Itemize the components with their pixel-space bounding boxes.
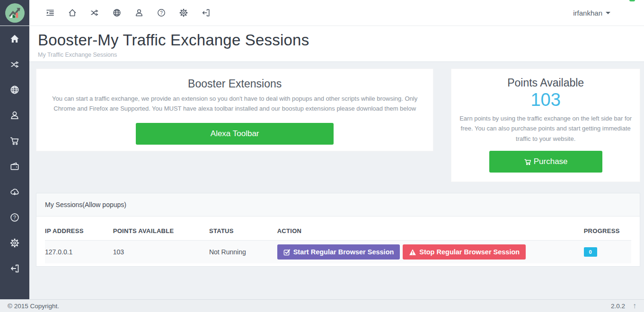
username: irfankhan (573, 9, 602, 17)
chevron-down-icon (606, 12, 610, 14)
my-sessions-panel-title: My Sessions(Allow popups) (36, 193, 640, 217)
stop-session-label: Stop Regular Browser Session (419, 248, 520, 256)
sidebar-item-logout[interactable] (0, 256, 29, 281)
menu-toggle-icon[interactable] (39, 0, 61, 26)
column-status: STATUS (209, 217, 277, 241)
settings-icon[interactable] (172, 0, 194, 26)
table-row: 127.0.0.1 103 Not Running (45, 241, 631, 264)
help-icon[interactable]: ? (150, 0, 172, 26)
cart-icon (524, 158, 532, 166)
sidebar-item-downloads[interactable] (0, 179, 29, 205)
home-icon[interactable] (61, 0, 83, 26)
sidebar-item-traffic-exchange[interactable] (0, 52, 29, 77)
sidebar-item-referrals[interactable] (0, 103, 29, 128)
check-square-icon (283, 249, 291, 256)
svg-text:?: ? (13, 215, 16, 220)
column-points-available: POINTS AVAILABLE (113, 217, 209, 241)
cell-status: Not Running (209, 241, 277, 264)
scroll-top-icon[interactable]: ↑ (633, 302, 636, 310)
sidebar-item-help[interactable]: ? (0, 205, 29, 230)
alexa-toolbar-label: Alexa Toolbar (211, 129, 259, 139)
cell-action: Start Regular Browser Session (277, 241, 584, 264)
sidebar-item-websites[interactable] (0, 77, 29, 103)
page-subtitle: My Traffic Exchange Sessions (38, 52, 635, 58)
start-session-button[interactable]: Start Regular Browser Session (277, 244, 400, 260)
sidebar-item-home[interactable] (0, 26, 29, 52)
sidebar-item-settings[interactable] (0, 230, 29, 256)
cell-points: 103 (113, 241, 209, 264)
notification-badge (629, 0, 635, 1)
column-ip-address: IP ADDRESS (45, 217, 113, 241)
sidebar: ? (0, 26, 29, 299)
app-logo[interactable] (0, 0, 29, 26)
table-header-row: IP ADDRESS POINTS AVAILABLE STATUS ACTIO… (45, 217, 631, 241)
version-text: 2.0.2 (611, 303, 625, 310)
alexa-toolbar-button[interactable]: Alexa Toolbar (136, 123, 334, 145)
logout-icon[interactable] (194, 0, 217, 26)
my-sessions-panel: My Sessions(Allow popups) IP ADDRESS POI… (36, 193, 640, 267)
booster-card-title: Booster Extensions (36, 78, 433, 90)
purchase-label: Purchase (534, 157, 568, 166)
exchange-icon[interactable] (83, 0, 106, 26)
footer: © 2015 Copyright. 2.0.2 ↑ (0, 299, 644, 312)
main-content: Booster-My Traffic Exchange Sessions My … (29, 26, 644, 299)
points-card-title: Points Available (451, 77, 640, 89)
page-title: Booster-My Traffic Exchange Sessions (38, 31, 635, 49)
profile-icon[interactable] (128, 0, 150, 26)
copyright-text: © 2015 Copyright. (8, 303, 59, 310)
cell-ip-address: 127.0.0.1 (45, 241, 113, 264)
logo-icon (5, 3, 25, 23)
cell-progress: 0 (584, 241, 631, 264)
sessions-table: IP ADDRESS POINTS AVAILABLE STATUS ACTIO… (45, 217, 631, 263)
sidebar-item-buy-points[interactable] (0, 128, 29, 154)
purchase-button[interactable]: Purchase (489, 151, 602, 173)
globe-icon[interactable] (106, 0, 128, 26)
svg-text:?: ? (160, 10, 163, 16)
booster-extensions-card: Booster Extensions You can start a traff… (36, 69, 433, 151)
column-action: ACTION (277, 217, 584, 241)
points-card-description: Earn points by using the traffic exchang… (455, 113, 636, 144)
page-header: Booster-My Traffic Exchange Sessions My … (29, 26, 644, 62)
warning-icon (409, 249, 416, 256)
booster-card-description: You can start a traffic exchange, we pro… (43, 94, 427, 114)
top-navbar: ? irfankhan (0, 0, 644, 26)
sidebar-item-wallet[interactable] (0, 154, 29, 179)
stop-session-button[interactable]: Stop Regular Browser Session (403, 244, 526, 260)
start-session-label: Start Regular Browser Session (293, 248, 394, 256)
user-dropdown[interactable]: irfankhan (573, 0, 610, 26)
points-available-card: Points Available 103 Earn points by usin… (451, 69, 640, 182)
column-progress: PROGRESS (584, 217, 631, 241)
progress-badge: 0 (584, 247, 597, 257)
points-value: 103 (451, 90, 640, 110)
